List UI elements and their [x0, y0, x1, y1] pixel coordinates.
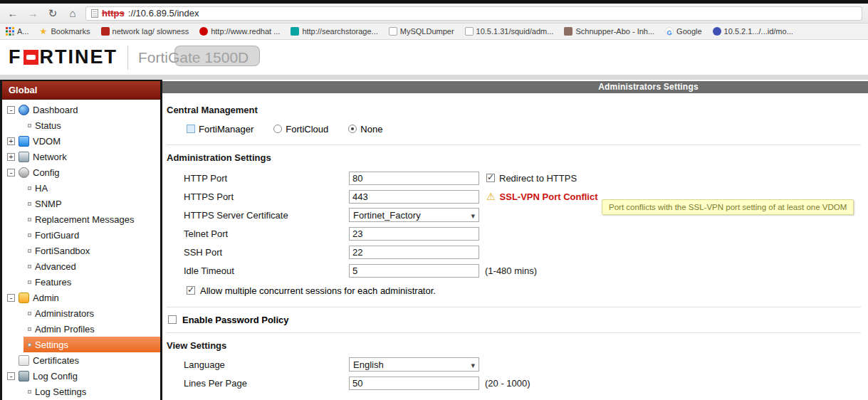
telnet-port-input[interactable]: [349, 227, 479, 241]
checkbox-label: Enable Password Policy: [182, 315, 289, 325]
bookmark-favicon: [199, 27, 208, 36]
http-port-input[interactable]: [349, 172, 479, 185]
back-icon[interactable]: ←: [6, 6, 20, 21]
bullet-icon: [28, 249, 31, 253]
sidebar-item-label: Config: [33, 167, 60, 178]
bookmark-google[interactable]: Google: [665, 27, 701, 36]
sidebar-item-config[interactable]: - Config: [2, 164, 160, 180]
field-label: HTTP Port: [184, 173, 349, 184]
settings-form: Central Management FortiManager FortiClo…: [162, 93, 868, 392]
star-icon: [40, 27, 48, 36]
section-divider: [167, 332, 861, 333]
chevron-down-icon: [471, 210, 475, 221]
concurrent-sessions-checkbox[interactable]: [187, 286, 195, 295]
certificates-icon: [19, 355, 29, 366]
forticloud-radio-icon[interactable]: [273, 125, 282, 133]
sidebar-item-certificates[interactable]: Certificates: [2, 352, 160, 368]
port-conflict-tooltip: Port conflicts with the SSL-VPN port set…: [602, 199, 854, 215]
expand-toggle-icon[interactable]: +: [7, 137, 15, 145]
https-port-input[interactable]: [349, 190, 479, 204]
collapse-toggle-icon[interactable]: -: [7, 106, 15, 114]
bookmark-searchstorage[interactable]: http://searchstorage...: [291, 27, 377, 36]
bullet-icon: [28, 218, 31, 221]
header-separator-band: [0, 75, 868, 80]
sidebar-item-label: Dashboard: [33, 105, 78, 115]
refresh-icon[interactable]: ↻: [46, 6, 60, 21]
expand-toggle-icon[interactable]: +: [7, 153, 15, 161]
apps-grid-icon: [6, 27, 14, 36]
collapse-toggle-icon[interactable]: -: [7, 372, 15, 380]
field-label: HTTPS Port: [184, 191, 349, 202]
sidebar-item-fortiguard[interactable]: FortiGuard: [23, 227, 160, 243]
section-heading-central-management: Central Management: [167, 105, 861, 115]
ssh-port-input[interactable]: [349, 246, 479, 259]
sidebar-item-log-config[interactable]: - Log Config: [2, 368, 160, 384]
lines-per-page-input[interactable]: [349, 377, 479, 390]
option-none[interactable]: None: [348, 124, 382, 135]
page-icon: [91, 9, 98, 18]
section-divider: [167, 307, 861, 307]
bookmark-redhat[interactable]: http://www.redhat ...: [199, 27, 280, 36]
password-policy-row: Enable Password Policy: [168, 312, 861, 327]
ssh-port-row: SSH Port: [184, 243, 861, 261]
logo-text: F: [9, 46, 22, 68]
bookmark-favicon: [713, 27, 721, 36]
bookmark-bookmarks[interactable]: Bookmarks: [40, 27, 90, 36]
redirect-https-checkbox[interactable]: [486, 174, 495, 182]
bookmark-network-lag[interactable]: network lag/ slowness: [101, 27, 189, 36]
sidebar-item-status[interactable]: Status: [23, 117, 160, 133]
bookmark-favicon: [564, 27, 572, 36]
range-hint: (20 - 1000): [485, 378, 530, 389]
sidebar-header-global: Global: [2, 81, 160, 100]
sidebar-item-ha[interactable]: HA: [23, 180, 160, 196]
range-hint: (1-480 mins): [485, 265, 537, 276]
option-fortimanager[interactable]: FortiManager: [187, 124, 253, 135]
sidebar-item-network[interactable]: + Network: [2, 149, 160, 164]
fortimanager-checkbox-icon[interactable]: [187, 125, 195, 133]
checkbox-label: Redirect to HTTPS: [499, 173, 577, 184]
collapse-toggle-icon[interactable]: -: [7, 169, 15, 177]
password-policy-checkbox[interactable]: [168, 315, 177, 324]
collapse-toggle-icon[interactable]: -: [7, 294, 15, 302]
forward-icon[interactable]: →: [26, 6, 40, 21]
sidebar-item-fortisandbox[interactable]: FortiSandbox: [23, 243, 160, 258]
section-divider: [167, 144, 861, 145]
browser-navbar: ← → ↻ ⌂ https ://10.6.89.5/index: [0, 4, 868, 23]
sidebar-item-features[interactable]: Features: [23, 274, 160, 290]
bookmark-squid[interactable]: 10.5.1.31/squid/adm...: [465, 27, 554, 36]
address-bar[interactable]: https ://10.6.89.5/index: [85, 6, 862, 21]
sidebar-item-log-settings[interactable]: Log Settings: [23, 384, 160, 399]
sidebar-item-administrators[interactable]: Administrators: [23, 305, 160, 321]
sidebar-item-replacement-messages[interactable]: Replacement Messages: [23, 211, 160, 227]
sidebar-item-settings[interactable]: Settings: [23, 337, 160, 352]
option-forticloud[interactable]: FortiCloud: [273, 124, 328, 135]
home-icon[interactable]: ⌂: [66, 6, 80, 21]
language-select[interactable]: English: [349, 357, 479, 372]
sidebar-item-snmp[interactable]: SNMP: [23, 196, 160, 211]
idle-timeout-input[interactable]: [349, 264, 479, 278]
dashboard-icon: [19, 105, 29, 115]
https-cert-select[interactable]: Fortinet_Factory: [349, 208, 479, 222]
sidebar: Global - Dashboard Status + VDOM + Netwo…: [0, 80, 162, 400]
address-scheme-invalid: https: [102, 8, 125, 19]
bookmark-label: Schnupper-Abo - Inh...: [575, 27, 654, 36]
sidebar-item-label: FortiGuard: [35, 230, 79, 241]
field-label: SSH Port: [184, 247, 349, 258]
none-radio-icon[interactable]: [348, 125, 357, 133]
sidebar-item-label: Admin: [33, 293, 59, 303]
bookmark-mysqldumper[interactable]: MySQLDumper: [389, 27, 454, 36]
bookmark-schnupper[interactable]: Schnupper-Abo - Inh...: [564, 27, 654, 36]
sidebar-item-vdom[interactable]: + VDOM: [2, 133, 160, 149]
sidebar-item-admin-profiles[interactable]: Admin Profiles: [23, 321, 160, 337]
field-label: HTTPS Server Certificate: [184, 210, 349, 221]
sidebar-item-advanced[interactable]: Advanced: [23, 258, 160, 274]
bullet-icon: [28, 327, 31, 331]
select-value: English: [353, 359, 384, 370]
sidebar-item-dashboard[interactable]: - Dashboard: [2, 102, 160, 117]
bookmark-apps[interactable]: A...: [6, 27, 29, 36]
sidebar-item-admin[interactable]: - Admin: [2, 290, 160, 305]
bookmark-last[interactable]: 10.5.2.1.../...id/mo...: [713, 27, 793, 36]
bookmark-label: A...: [17, 27, 29, 36]
bookmark-favicon: [291, 27, 299, 36]
field-label: Language: [184, 359, 349, 370]
